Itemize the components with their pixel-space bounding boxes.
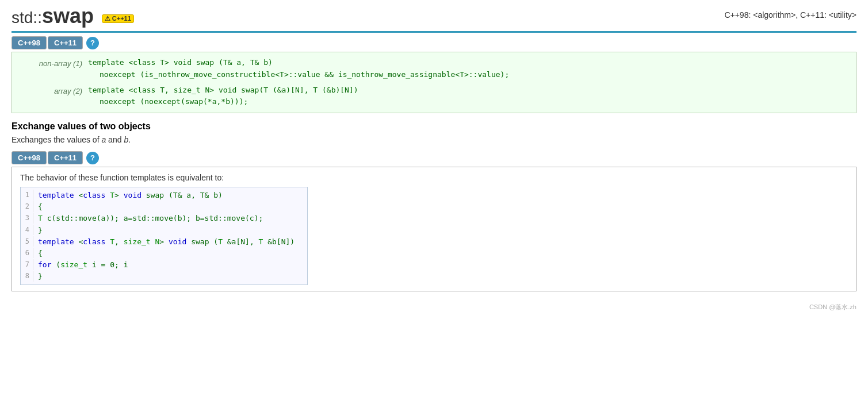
help-badge-2[interactable]: ? xyxy=(86,152,99,164)
sig-nonarray-line1: template <class T> void swap (T& a, T& b… xyxy=(88,57,849,69)
code-line: 5template <class T, size_t N> void swap … xyxy=(21,236,307,248)
version-tabs-2: C++98 C++11 ? xyxy=(12,151,856,164)
line-number: 3 xyxy=(21,213,33,224)
sig-array-line1: template <class T, size_t N> void swap(T… xyxy=(88,84,849,97)
sig-code-array: template <class T, size_t N> void swap(T… xyxy=(88,84,849,109)
sig-code-nonarray: template <class T> void swap (T& a, T& b… xyxy=(88,57,849,81)
line-number: 2 xyxy=(21,201,33,212)
code-line: 2{ xyxy=(21,201,307,213)
code-line: 1template <class T> void swap (T& a, T& … xyxy=(21,190,307,201)
sig-nonarray-line2: noexcept (is_nothrow_move_constructible<… xyxy=(88,69,849,81)
section-desc: Exchanges the values of a and b. xyxy=(12,135,856,144)
footer-watermark: CSDN @落水.zh xyxy=(12,303,856,312)
page-title: std::swap ⚠ C++11 xyxy=(12,6,134,26)
line-number: 8 xyxy=(21,271,33,282)
help-badge-1[interactable]: ? xyxy=(86,37,99,49)
line-number: 4 xyxy=(21,225,33,236)
func-name: swap xyxy=(42,4,94,28)
line-number: 6 xyxy=(21,248,33,259)
sig-label-nonarray: non-array (1) xyxy=(19,57,82,70)
version-tabs-1: C++98 C++11 ? xyxy=(12,36,856,49)
sig-array-line2: noexcept (noexcept(swap(*a,*b))); xyxy=(88,96,849,108)
code-line: 6{ xyxy=(21,248,307,259)
std-prefix: std:: xyxy=(12,9,42,26)
desc-between: and xyxy=(106,135,124,144)
behavior-intro: The behavior of these function templates… xyxy=(20,173,848,182)
desc-after: . xyxy=(128,135,131,144)
desc-before-a: Exchanges the values of xyxy=(12,135,101,144)
content-box: The behavior of these function templates… xyxy=(12,167,856,291)
tab-cpp11-1[interactable]: C++11 xyxy=(48,36,83,49)
section-title: Exchange values of two objects xyxy=(12,121,856,132)
line-content: { xyxy=(38,248,307,259)
sig-label-array: array (2) xyxy=(19,84,82,98)
sig-row-array: array (2) template <class T, size_t N> v… xyxy=(19,84,849,109)
code-line: 7 for (size_t i = 0; i xyxy=(21,259,307,271)
code-line: 4} xyxy=(21,225,307,236)
line-number: 7 xyxy=(21,259,33,270)
top-border xyxy=(12,31,856,33)
desc-b-param: b xyxy=(124,135,128,144)
line-content: } xyxy=(38,225,307,236)
code-line: 8} xyxy=(21,271,307,282)
signature-box: non-array (1) template <class T> void sw… xyxy=(12,52,856,113)
line-content: { xyxy=(38,201,307,213)
tab-cpp98-1[interactable]: C++98 xyxy=(12,36,47,49)
page-header: std::swap ⚠ C++11 C++98: <algorithm>, C+… xyxy=(12,6,856,26)
line-content: template <class T, size_t N> void swap (… xyxy=(38,236,307,248)
line-content: for (size_t i = 0; i xyxy=(38,259,307,271)
line-content: T c(std::move(a)); a=std::move(b); b=std… xyxy=(38,213,307,224)
line-content: template <class T> void swap (T& a, T& b… xyxy=(38,190,307,201)
tab-cpp11-2[interactable]: C++11 xyxy=(48,151,83,164)
code-line: 3 T c(std::move(a)); a=std::move(b); b=s… xyxy=(21,213,307,224)
tab-cpp98-2[interactable]: C++98 xyxy=(12,151,47,164)
header-include: C++98: <algorithm>, C++11: <utility> xyxy=(724,10,856,20)
sig-row-nonarray: non-array (1) template <class T> void sw… xyxy=(19,57,849,81)
code-block: 1template <class T> void swap (T& a, T& … xyxy=(20,187,308,285)
line-number: 1 xyxy=(21,190,33,201)
line-content: } xyxy=(38,271,307,282)
line-number: 5 xyxy=(21,236,33,247)
warning-badge: ⚠ C++11 xyxy=(102,14,134,23)
